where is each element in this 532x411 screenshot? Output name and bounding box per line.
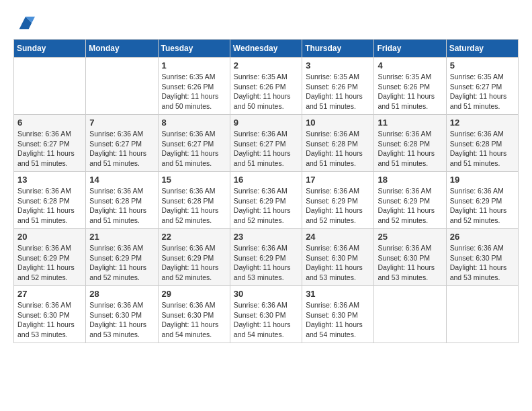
day-number: 5 bbox=[450, 60, 515, 71]
day-number: 27 bbox=[17, 289, 82, 299]
day-info: Sunrise: 6:36 AMSunset: 6:29 PMDaylight:… bbox=[306, 186, 370, 226]
day-info: Sunrise: 6:36 AMSunset: 6:29 PMDaylight:… bbox=[378, 186, 442, 226]
calendar-cell: 20Sunrise: 6:36 AMSunset: 6:29 PMDayligh… bbox=[14, 229, 86, 286]
day-info: Sunrise: 6:36 AMSunset: 6:28 PMDaylight:… bbox=[378, 129, 442, 169]
calendar-week-row: 20Sunrise: 6:36 AMSunset: 6:29 PMDayligh… bbox=[14, 229, 519, 286]
day-info: Sunrise: 6:36 AMSunset: 6:27 PMDaylight:… bbox=[17, 129, 82, 169]
day-info: Sunrise: 6:35 AMSunset: 6:26 PMDaylight:… bbox=[234, 72, 298, 111]
calendar-cell: 25Sunrise: 6:36 AMSunset: 6:30 PMDayligh… bbox=[374, 229, 446, 286]
day-number: 23 bbox=[234, 232, 298, 242]
calendar-cell: 4Sunrise: 6:35 AMSunset: 6:26 PMDaylight… bbox=[374, 58, 446, 115]
day-number: 25 bbox=[378, 232, 442, 242]
day-number: 12 bbox=[450, 118, 515, 128]
day-number: 24 bbox=[306, 232, 370, 242]
calendar-cell: 1Sunrise: 6:35 AMSunset: 6:26 PMDaylight… bbox=[158, 58, 230, 115]
calendar-cell: 10Sunrise: 6:36 AMSunset: 6:28 PMDayligh… bbox=[302, 115, 374, 172]
calendar-cell: 6Sunrise: 6:36 AMSunset: 6:27 PMDaylight… bbox=[14, 115, 86, 172]
calendar-cell: 28Sunrise: 6:36 AMSunset: 6:30 PMDayligh… bbox=[86, 286, 158, 343]
day-number: 6 bbox=[17, 118, 82, 128]
calendar-cell: 13Sunrise: 6:36 AMSunset: 6:28 PMDayligh… bbox=[14, 172, 86, 229]
logo-icon bbox=[16, 13, 35, 32]
day-info: Sunrise: 6:36 AMSunset: 6:30 PMDaylight:… bbox=[89, 300, 154, 340]
day-number: 8 bbox=[162, 118, 226, 128]
calendar-cell: 30Sunrise: 6:36 AMSunset: 6:30 PMDayligh… bbox=[230, 286, 302, 343]
day-info: Sunrise: 6:36 AMSunset: 6:28 PMDaylight:… bbox=[17, 186, 82, 226]
page-header bbox=[13, 13, 519, 32]
weekday-header-thursday: Thursday bbox=[302, 40, 374, 58]
calendar-cell bbox=[446, 286, 518, 343]
day-number: 29 bbox=[162, 289, 226, 299]
day-number: 20 bbox=[17, 232, 82, 242]
day-number: 30 bbox=[234, 289, 298, 299]
day-number: 31 bbox=[306, 289, 370, 299]
day-number: 10 bbox=[306, 118, 370, 128]
day-number: 2 bbox=[234, 60, 298, 71]
day-info: Sunrise: 6:35 AMSunset: 6:26 PMDaylight:… bbox=[378, 72, 442, 111]
calendar-table: SundayMondayTuesdayWednesdayThursdayFrid… bbox=[13, 39, 519, 343]
day-info: Sunrise: 6:36 AMSunset: 6:30 PMDaylight:… bbox=[306, 300, 370, 340]
calendar-cell: 29Sunrise: 6:36 AMSunset: 6:30 PMDayligh… bbox=[158, 286, 230, 343]
day-number: 13 bbox=[17, 175, 82, 185]
day-info: Sunrise: 6:36 AMSunset: 6:27 PMDaylight:… bbox=[89, 129, 154, 169]
calendar-cell: 15Sunrise: 6:36 AMSunset: 6:28 PMDayligh… bbox=[158, 172, 230, 229]
day-info: Sunrise: 6:35 AMSunset: 6:26 PMDaylight:… bbox=[162, 72, 226, 111]
day-info: Sunrise: 6:36 AMSunset: 6:29 PMDaylight:… bbox=[234, 243, 298, 283]
day-number: 1 bbox=[162, 60, 226, 71]
calendar-cell: 21Sunrise: 6:36 AMSunset: 6:29 PMDayligh… bbox=[86, 229, 158, 286]
day-info: Sunrise: 6:36 AMSunset: 6:28 PMDaylight:… bbox=[162, 186, 226, 226]
day-number: 11 bbox=[378, 118, 442, 128]
day-info: Sunrise: 6:36 AMSunset: 6:30 PMDaylight:… bbox=[450, 243, 515, 283]
day-number: 26 bbox=[450, 232, 515, 242]
day-info: Sunrise: 6:36 AMSunset: 6:30 PMDaylight:… bbox=[234, 300, 298, 340]
calendar-cell: 8Sunrise: 6:36 AMSunset: 6:27 PMDaylight… bbox=[158, 115, 230, 172]
calendar-cell: 24Sunrise: 6:36 AMSunset: 6:30 PMDayligh… bbox=[302, 229, 374, 286]
calendar-cell: 17Sunrise: 6:36 AMSunset: 6:29 PMDayligh… bbox=[302, 172, 374, 229]
day-info: Sunrise: 6:36 AMSunset: 6:28 PMDaylight:… bbox=[306, 129, 370, 169]
weekday-header-tuesday: Tuesday bbox=[158, 40, 230, 58]
calendar-cell: 16Sunrise: 6:36 AMSunset: 6:29 PMDayligh… bbox=[230, 172, 302, 229]
calendar-cell: 5Sunrise: 6:35 AMSunset: 6:27 PMDaylight… bbox=[446, 58, 518, 115]
calendar-header-row: SundayMondayTuesdayWednesdayThursdayFrid… bbox=[14, 40, 519, 58]
calendar-cell: 14Sunrise: 6:36 AMSunset: 6:28 PMDayligh… bbox=[86, 172, 158, 229]
calendar-cell bbox=[374, 286, 446, 343]
day-info: Sunrise: 6:36 AMSunset: 6:28 PMDaylight:… bbox=[450, 129, 515, 169]
day-number: 4 bbox=[378, 60, 442, 71]
day-number: 14 bbox=[89, 175, 154, 185]
day-info: Sunrise: 6:36 AMSunset: 6:30 PMDaylight:… bbox=[162, 300, 226, 340]
weekday-header-wednesday: Wednesday bbox=[230, 40, 302, 58]
day-number: 3 bbox=[306, 60, 370, 71]
day-number: 22 bbox=[162, 232, 226, 242]
day-info: Sunrise: 6:35 AMSunset: 6:27 PMDaylight:… bbox=[450, 72, 515, 111]
calendar-week-row: 1Sunrise: 6:35 AMSunset: 6:26 PMDaylight… bbox=[14, 58, 519, 115]
day-number: 16 bbox=[234, 175, 298, 185]
weekday-header-saturday: Saturday bbox=[446, 40, 518, 58]
day-info: Sunrise: 6:35 AMSunset: 6:26 PMDaylight:… bbox=[306, 72, 370, 111]
calendar-week-row: 27Sunrise: 6:36 AMSunset: 6:30 PMDayligh… bbox=[14, 286, 519, 343]
calendar-week-row: 6Sunrise: 6:36 AMSunset: 6:27 PMDaylight… bbox=[14, 115, 519, 172]
calendar-cell: 3Sunrise: 6:35 AMSunset: 6:26 PMDaylight… bbox=[302, 58, 374, 115]
day-number: 28 bbox=[89, 289, 154, 299]
day-info: Sunrise: 6:36 AMSunset: 6:27 PMDaylight:… bbox=[234, 129, 298, 169]
calendar-cell: 19Sunrise: 6:36 AMSunset: 6:29 PMDayligh… bbox=[446, 172, 518, 229]
calendar-cell: 9Sunrise: 6:36 AMSunset: 6:27 PMDaylight… bbox=[230, 115, 302, 172]
calendar-cell bbox=[14, 58, 86, 115]
day-info: Sunrise: 6:36 AMSunset: 6:30 PMDaylight:… bbox=[306, 243, 370, 283]
day-info: Sunrise: 6:36 AMSunset: 6:29 PMDaylight:… bbox=[89, 243, 154, 283]
calendar-week-row: 13Sunrise: 6:36 AMSunset: 6:28 PMDayligh… bbox=[14, 172, 519, 229]
day-info: Sunrise: 6:36 AMSunset: 6:29 PMDaylight:… bbox=[450, 186, 515, 226]
logo bbox=[13, 13, 35, 32]
calendar-cell: 31Sunrise: 6:36 AMSunset: 6:30 PMDayligh… bbox=[302, 286, 374, 343]
calendar-cell: 23Sunrise: 6:36 AMSunset: 6:29 PMDayligh… bbox=[230, 229, 302, 286]
calendar-cell: 27Sunrise: 6:36 AMSunset: 6:30 PMDayligh… bbox=[14, 286, 86, 343]
day-info: Sunrise: 6:36 AMSunset: 6:30 PMDaylight:… bbox=[17, 300, 82, 340]
day-number: 19 bbox=[450, 175, 515, 185]
day-number: 9 bbox=[234, 118, 298, 128]
day-info: Sunrise: 6:36 AMSunset: 6:29 PMDaylight:… bbox=[17, 243, 82, 283]
calendar-cell bbox=[86, 58, 158, 115]
day-info: Sunrise: 6:36 AMSunset: 6:29 PMDaylight:… bbox=[162, 243, 226, 283]
calendar-cell: 7Sunrise: 6:36 AMSunset: 6:27 PMDaylight… bbox=[86, 115, 158, 172]
weekday-header-monday: Monday bbox=[86, 40, 158, 58]
day-number: 7 bbox=[89, 118, 154, 128]
day-info: Sunrise: 6:36 AMSunset: 6:30 PMDaylight:… bbox=[378, 243, 442, 283]
calendar-cell: 18Sunrise: 6:36 AMSunset: 6:29 PMDayligh… bbox=[374, 172, 446, 229]
